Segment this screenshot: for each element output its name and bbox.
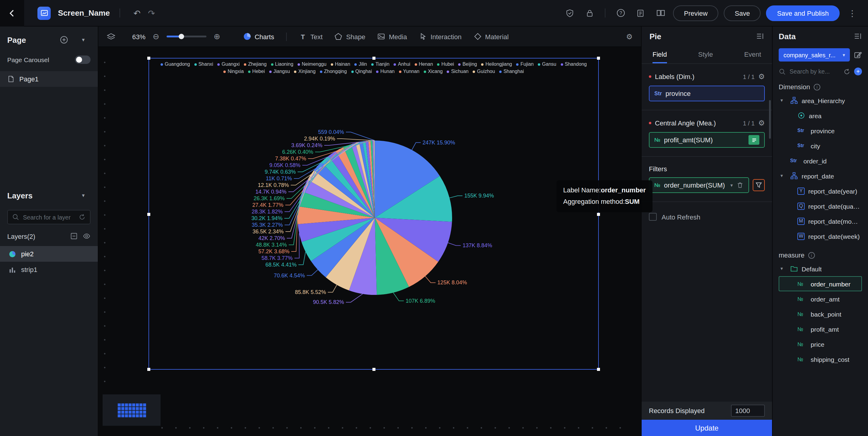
collapse-all-icon[interactable] [70,232,78,240]
zoom-out-icon[interactable]: ⊖ [153,32,159,41]
field-item-profit_amt[interactable]: №profit_amt [779,322,862,336]
field-item-report_date(week)[interactable]: Wreport_date(week) [779,229,862,244]
split-screen-icon[interactable] [653,6,668,20]
legend-item-Shanghai[interactable]: Shanghai [499,69,524,74]
field-item-city[interactable]: Strcity [779,138,862,153]
page-carousel-toggle[interactable] [75,56,91,64]
legend-item-Jiangsu[interactable]: Jiangsu [269,69,290,74]
field-search-input[interactable] [789,68,840,75]
field-item-shipping_cost[interactable]: №shipping_cost [779,351,862,367]
angle-settings-icon[interactable]: ⚙ [758,119,765,127]
legend-item-Zhejiang[interactable]: Zhejiang [244,62,267,67]
selection-handle[interactable] [147,57,150,60]
dimension-chip-province[interactable]: Str province [649,86,765,101]
refresh-icon[interactable] [79,213,86,221]
selection-handle[interactable] [372,57,375,60]
panel-collapse-icon[interactable] [854,32,862,40]
redo-icon[interactable]: ↷ [144,6,159,20]
legend-item-Hubei[interactable]: Hubei [437,62,454,67]
tab-field[interactable]: Field [652,46,667,63]
legend-item-Fujian[interactable]: Fujian [517,62,534,67]
field-item-report_date(quarter)[interactable]: Qreport_date(quarter) [779,198,862,213]
field-item-area_Hierarchy[interactable]: ▾area_Hierarchy [779,93,862,108]
legend-item-Xinjiang[interactable]: Xinjiang [294,69,316,74]
measure-chip-profit[interactable]: № profit_amt(SUM) [649,132,765,148]
field-item-report_date(year)[interactable]: Yreport_date(year) [779,183,862,198]
preview-button[interactable]: Preview [673,5,718,21]
selected-chart[interactable]: GuangdongShanxiGuangxiZhejiangLiaoningNe… [149,58,599,370]
filter-chip-order-number[interactable]: № order_number(SUM) ▾ [649,177,749,193]
field-item-Default[interactable]: ▾Default [779,261,862,276]
canvas-tab-charts[interactable]: Charts [243,33,274,40]
canvas-tab-interaction[interactable]: Interaction [419,33,462,40]
more-menu-icon[interactable]: ⋮ [845,6,860,20]
field-item-order_id[interactable]: Strorder_id [779,153,862,168]
legend-item-Hunan[interactable]: Hunan [376,69,395,74]
legend-item-Guangdong[interactable]: Guangdong [161,62,190,67]
legend-item-Anhui[interactable]: Anhui [394,62,410,67]
legend-item-Gansu[interactable]: Gansu [538,62,556,67]
page-item[interactable]: Page1 [0,71,98,87]
add-field-icon[interactable]: + [854,68,862,75]
back-button[interactable] [0,0,24,26]
selection-handle[interactable] [372,368,375,371]
lock-icon[interactable] [583,6,597,20]
tab-style[interactable]: Style [698,46,713,63]
legend-item-Yunnan[interactable]: Yunnan [399,69,419,74]
legend-item-Beijing[interactable]: Beijing [458,62,477,67]
legend-item-Neimenggu[interactable]: Neimenggu [298,62,327,67]
legend-item-Hebei[interactable]: Hebei [248,69,265,74]
legend-item-Heilongjiang[interactable]: Heilongjiang [481,62,512,67]
selection-handle[interactable] [597,368,600,371]
selection-handle[interactable] [147,212,150,215]
scrollbar-thumb[interactable] [769,100,771,139]
filter-funnel-button[interactable] [753,179,765,191]
canvas-tab-text[interactable]: TText [299,33,322,40]
panel-collapse-icon[interactable] [756,32,764,40]
legend-item-Shanxi[interactable]: Shanxi [194,62,213,67]
zoom-in-icon[interactable]: ⊕ [214,32,220,41]
eye-icon[interactable] [83,232,91,240]
field-item-report_date(month)[interactable]: Mreport_date(month) [779,213,862,229]
field-item-report_date[interactable]: ▾report_date [779,168,862,183]
trash-icon[interactable] [736,181,744,189]
auto-refresh-checkbox[interactable] [649,213,657,221]
measure-format-button[interactable] [748,135,760,145]
layer-item-pie2[interactable]: pie2 [0,246,98,262]
records-displayed-input[interactable] [731,405,765,417]
canvas-tab-material[interactable]: Material [473,33,508,40]
legend-item-Hainan[interactable]: Hainan [331,62,350,67]
legend-item-Tianjin[interactable]: Tianjin [371,62,390,67]
add-page-icon[interactable] [57,33,71,47]
legend-item-Xicang[interactable]: Xicang [424,69,443,74]
shield-check-icon[interactable] [563,6,577,20]
field-item-order_number[interactable]: №order_number [779,276,862,291]
undo-icon[interactable]: ↶ [130,6,144,20]
legend-item-Henan[interactable]: Henan [414,62,433,67]
export-doc-icon[interactable] [633,6,648,20]
field-item-back_point[interactable]: №back_point [779,306,862,322]
legend-item-Guangxi[interactable]: Guangxi [217,62,240,67]
canvas-tab-shape[interactable]: Shape [335,33,366,40]
labels-settings-icon[interactable]: ⚙ [758,72,765,81]
legend-item-Guizhou[interactable]: Guizhou [473,69,495,74]
legend-item-Liaoning[interactable]: Liaoning [271,62,293,67]
update-button[interactable]: Update [642,420,772,436]
field-item-order_amt[interactable]: №order_amt [779,291,862,306]
selection-handle[interactable] [147,368,150,371]
legend-item-Zhongqing[interactable]: Zhongqing [320,69,347,74]
field-item-price[interactable]: №price [779,336,862,351]
legend-item-Shandong[interactable]: Shandong [560,62,587,67]
minimap[interactable] [103,394,161,426]
chevron-down-icon[interactable]: ▾ [731,182,733,188]
legend-item-Ningxia[interactable]: Ningxia [223,69,244,74]
help-icon[interactable]: ? [613,6,628,20]
layer-search-input[interactable] [23,214,75,221]
zoom-slider[interactable] [166,36,207,37]
dataset-select[interactable]: company_sales_r... ▾ [779,48,850,62]
layer-item-strip1[interactable]: strip1 [0,262,98,277]
selection-handle[interactable] [597,57,600,60]
save-publish-button[interactable]: Save and Publish [766,5,840,21]
field-item-area[interactable]: area [779,108,862,123]
edit-dataset-icon[interactable] [854,51,862,59]
